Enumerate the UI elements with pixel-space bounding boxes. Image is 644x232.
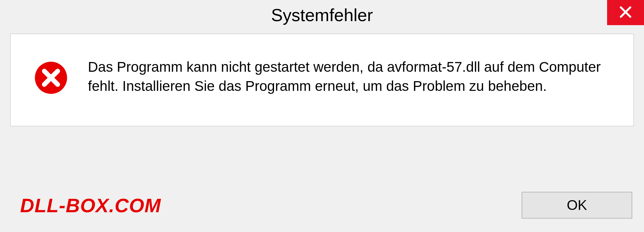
- close-icon: [619, 5, 632, 20]
- message-panel: Das Programm kann nicht gestartet werden…: [10, 34, 634, 126]
- dialog-title: Systemfehler: [271, 5, 373, 25]
- ok-button[interactable]: OK: [522, 192, 632, 219]
- footer: DLL-BOX.COM OK: [0, 185, 644, 225]
- watermark-text: DLL-BOX.COM: [20, 194, 161, 217]
- error-message: Das Programm kann nicht gestartet werden…: [88, 58, 613, 96]
- error-icon: [34, 61, 68, 95]
- close-button[interactable]: [607, 0, 644, 25]
- titlebar: Systemfehler: [0, 0, 644, 30]
